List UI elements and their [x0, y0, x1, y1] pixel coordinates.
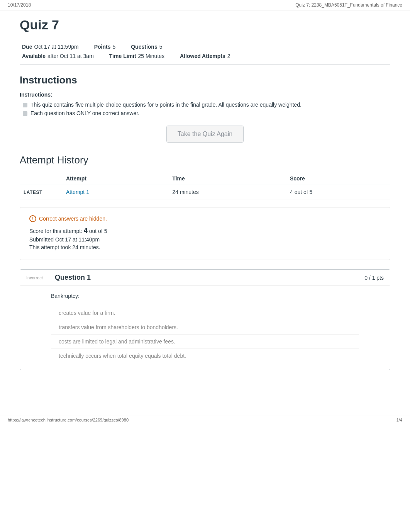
meta-timelimit-value: 25 Minutes: [138, 53, 164, 59]
bullet-dot-0: [23, 103, 27, 107]
answer-option-1-0: creates value for a firm.: [51, 306, 359, 320]
duration-line: This attempt took 24 minutes.: [29, 244, 381, 250]
question-number-1: Question 1: [55, 274, 91, 282]
quiz-meta-row1: Due Oct 17 at 11:59pm Points 5 Questions…: [20, 42, 390, 51]
table-row: LATEST Attempt 1 24 minutes 4 out of 5: [20, 185, 390, 199]
instruction-item-1: Each question has ONLY one correct answe…: [23, 110, 390, 116]
submitted-line: Submitted Oct 17 at 11:40pm: [29, 236, 381, 243]
top-bar-title: Quiz 7: 2238_MBA5051T_Fundamentals of Fi…: [295, 2, 402, 8]
answer-options-1: creates value for a firm. transfers valu…: [51, 306, 359, 363]
row-time: 24 minutes: [168, 185, 286, 199]
footer-pagination: 1/4: [396, 418, 402, 422]
col-header-score: Score: [286, 172, 390, 185]
top-bar: 10/17/2018 Quiz 7: 2238_MBA5051T_Fundame…: [0, 0, 410, 10]
meta-allowed-attempts-label: Allowed Attempts: [180, 53, 225, 59]
meta-allowed-attempts: Allowed Attempts 2: [180, 53, 230, 59]
meta-points-label: Points: [94, 44, 111, 50]
meta-available: Available after Oct 11 at 3am: [22, 53, 94, 59]
question-pts-1: 0 / 1 pts: [364, 275, 384, 281]
meta-questions-value: 5: [159, 44, 163, 50]
instructions-section-title: Instructions: [20, 74, 390, 86]
incorrect-badge: Incorrect: [26, 275, 49, 280]
score-out-of: out of 5: [89, 228, 107, 234]
quiz-meta: Due Oct 17 at 11:59pm Points 5 Questions…: [20, 38, 390, 65]
hidden-notice-text: Correct answers are hidden.: [39, 216, 107, 222]
quiz-meta-row2: Available after Oct 11 at 3am Time Limit…: [20, 51, 390, 61]
question-block-1: Incorrect Question 1 0 / 1 pts Bankruptc…: [20, 269, 390, 370]
top-bar-date: 10/17/2018: [8, 2, 31, 8]
latest-label: LATEST: [24, 190, 42, 195]
row-tag: LATEST: [20, 185, 62, 199]
attempt-score-line: Score for this attempt: 4 out of 5: [29, 227, 381, 235]
page-wrapper: Quiz 7 Due Oct 17 at 11:59pm Points 5 Qu…: [8, 17, 402, 399]
meta-points: Points 5: [94, 44, 116, 50]
attempt-detail-box: ! Correct answers are hidden. Score for …: [20, 207, 390, 260]
answer-option-1-3: technically occurs when total equity equ…: [51, 348, 359, 363]
meta-timelimit: Time Limit 25 Minutes: [109, 53, 164, 59]
question-left-1: Incorrect Question 1: [26, 274, 91, 282]
correct-answers-notice: ! Correct answers are hidden.: [29, 215, 381, 222]
meta-due-label: Due: [22, 44, 32, 50]
instruction-text-0: This quiz contains five multiple-choice …: [30, 102, 302, 108]
meta-points-value: 5: [112, 44, 115, 50]
instruction-item-0: This quiz contains five multiple-choice …: [23, 102, 390, 108]
question-body-1: Bankruptcy: creates value for a firm. tr…: [20, 286, 390, 370]
score-value: 4: [84, 227, 88, 235]
footer-url: https://lawrencetech.instructure.com/cou…: [8, 418, 129, 422]
score-line-label: Score for this attempt:: [29, 228, 82, 234]
meta-due: Due Oct 17 at 11:59pm: [22, 44, 79, 50]
footer-bar: https://lawrencetech.instructure.com/cou…: [0, 415, 410, 425]
row-score: 4 out of 5: [286, 185, 390, 199]
instruction-text-1: Each question has ONLY one correct answe…: [30, 110, 139, 116]
instruction-list: This quiz contains five multiple-choice …: [20, 102, 390, 116]
meta-questions-label: Questions: [131, 44, 157, 50]
row-attempt: Attempt 1: [62, 185, 168, 199]
take-quiz-btn-wrapper: Take the Quiz Again: [20, 126, 390, 143]
col-header-tag: [20, 172, 62, 185]
info-icon: !: [29, 215, 36, 222]
col-header-time: Time: [168, 172, 286, 185]
quiz-title: Quiz 7: [20, 17, 390, 32]
meta-allowed-attempts-value: 2: [227, 53, 230, 59]
table-header-row: Attempt Time Score: [20, 172, 390, 185]
attempt-history-title: Attempt History: [20, 154, 390, 166]
meta-timelimit-label: Time Limit: [109, 53, 136, 59]
bullet-dot-1: [23, 111, 27, 116]
meta-questions: Questions 5: [131, 44, 162, 50]
attempt-history-table: Attempt Time Score LATEST Attempt 1 24 m…: [20, 172, 390, 199]
answer-option-1-1: transfers value from shareholders to bon…: [51, 320, 359, 334]
instructions-label: Instructions:: [20, 92, 390, 98]
take-quiz-button[interactable]: Take the Quiz Again: [166, 126, 244, 143]
answer-option-1-2: costs are limited to legal and administr…: [51, 334, 359, 348]
question-text-1: Bankruptcy:: [51, 293, 359, 299]
col-header-attempt: Attempt: [62, 172, 168, 185]
meta-available-label: Available: [22, 53, 46, 59]
attempt-link[interactable]: Attempt 1: [66, 189, 89, 195]
meta-available-value: after Oct 11 at 3am: [47, 53, 94, 59]
question-header-1: Incorrect Question 1 0 / 1 pts: [20, 270, 390, 286]
meta-due-value: Oct 17 at 11:59pm: [34, 44, 78, 50]
